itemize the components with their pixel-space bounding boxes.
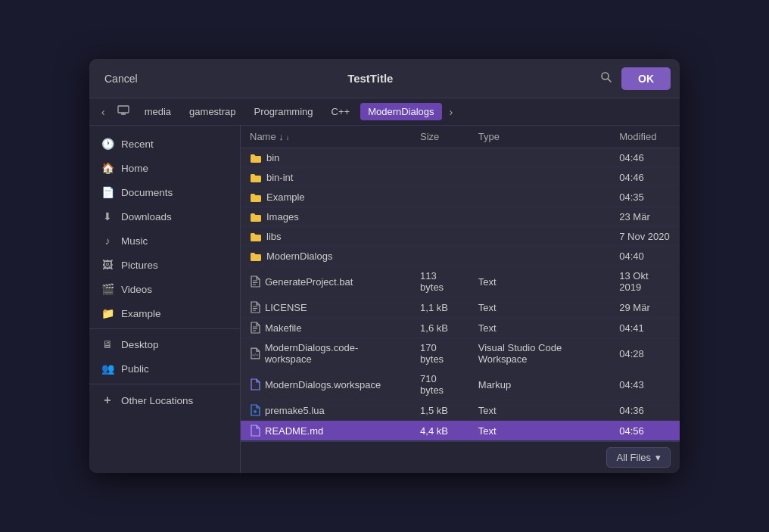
- file-type: [469, 188, 610, 207]
- table-row[interactable]: Example 04:35: [241, 188, 680, 207]
- file-size: 1,6 kB: [411, 318, 469, 338]
- header-actions: OK: [597, 67, 671, 90]
- table-row[interactable]: ModernDialogs.workspace 710 bytes Markup…: [241, 369, 680, 400]
- file-size: 4,4 kB: [411, 421, 469, 441]
- sidebar-item-home[interactable]: 🏠 Home: [89, 156, 240, 180]
- home-icon: 🏠: [101, 162, 114, 174]
- file-size: 1,5 kB: [411, 400, 469, 421]
- table-row[interactable]: libs 7 Nov 2020: [241, 227, 680, 247]
- file-table: Name ↓ Size Type Modified bin 04:46 bin-…: [241, 126, 680, 441]
- breadcrumb-cpp[interactable]: C++: [324, 103, 358, 120]
- sidebar-item-downloads[interactable]: ⬇ Downloads: [89, 204, 240, 229]
- sidebar-label-music: Music: [121, 235, 148, 247]
- sidebar-label-downloads: Downloads: [121, 211, 172, 222]
- svg-point-15: [254, 410, 257, 413]
- dialog-header: Cancel TestTitle OK: [89, 59, 680, 98]
- table-row[interactable]: bin 04:46: [241, 148, 680, 168]
- file-filter-dropdown[interactable]: All Files ▾: [606, 447, 671, 468]
- file-name: libs: [241, 227, 411, 247]
- file-type: Text: [469, 318, 610, 338]
- file-pane: Name ↓ Size Type Modified bin 04:46 bin-…: [241, 126, 680, 473]
- add-location-icon: +: [101, 394, 114, 407]
- dialog-body: 🕐 Recent 🏠 Home 📄 Documents ⬇ Downloads …: [89, 126, 680, 473]
- file-type: [469, 207, 610, 227]
- file-name: </>ModernDialogs.code-workspace: [241, 338, 411, 369]
- table-header-row: Name ↓ Size Type Modified: [241, 126, 680, 148]
- table-row[interactable]: README.md 4,4 kB Text 04:56: [241, 421, 680, 441]
- file-name: bin-int: [241, 168, 411, 188]
- file-name: bin: [241, 148, 411, 168]
- dialog-footer: All Files ▾: [241, 441, 680, 473]
- sidebar-separator-2: [89, 384, 240, 384]
- breadcrumb-gamestrap[interactable]: gamestrap: [182, 103, 243, 120]
- sidebar-item-music[interactable]: ♪ Music: [89, 229, 240, 253]
- file-modified: 04:28: [610, 338, 680, 369]
- sidebar-label-documents: Documents: [121, 187, 173, 198]
- sidebar-item-public[interactable]: 👥 Public: [89, 356, 240, 381]
- file-name: README.md: [241, 421, 411, 441]
- ok-button[interactable]: OK: [621, 67, 671, 90]
- file-size: [411, 168, 469, 188]
- file-name: ModernDialogs: [241, 247, 411, 266]
- file-modified: 13 Okt 2019: [610, 266, 680, 297]
- breadcrumb-programming[interactable]: Programming: [247, 103, 321, 120]
- file-modified: 04:43: [610, 369, 680, 400]
- file-size: [411, 207, 469, 227]
- sidebar-item-example[interactable]: 📁 Example: [89, 301, 240, 325]
- table-row[interactable]: premake5.lua 1,5 kB Text 04:36: [241, 400, 680, 421]
- file-type: Markup: [469, 369, 610, 400]
- sidebar-label-public: Public: [121, 363, 149, 375]
- sidebar-label-pictures: Pictures: [121, 260, 158, 271]
- sidebar-item-recent[interactable]: 🕐 Recent: [89, 132, 240, 156]
- filter-arrow-icon: ▾: [655, 452, 661, 463]
- breadcrumb-bar: ‹ media gamestrap Programming C++ Modern…: [89, 98, 680, 126]
- breadcrumb-back-button[interactable]: ‹: [97, 104, 110, 120]
- sidebar-item-videos[interactable]: 🎬 Videos: [89, 277, 240, 301]
- file-type: Visual Studio Code Workspace: [469, 338, 610, 369]
- table-row[interactable]: ModernDialogs 04:40: [241, 247, 680, 266]
- file-name: Images: [241, 207, 411, 227]
- file-type: [469, 148, 610, 168]
- videos-icon: 🎬: [101, 283, 114, 295]
- table-row[interactable]: LICENSE 1,1 kB Text 29 Mär: [241, 297, 680, 318]
- file-type: Text: [469, 421, 610, 441]
- files-list: Name ↓ Size Type Modified bin 04:46 bin-…: [241, 126, 680, 441]
- file-name: Example: [241, 188, 411, 207]
- file-type: Text: [469, 297, 610, 318]
- file-modified: 04:35: [610, 188, 680, 207]
- column-name[interactable]: Name ↓: [241, 126, 411, 148]
- cancel-button[interactable]: Cancel: [98, 70, 144, 88]
- file-name: GenerateProject.bat: [241, 266, 411, 297]
- table-row[interactable]: Images 23 Mär: [241, 207, 680, 227]
- file-name: premake5.lua: [241, 400, 411, 421]
- sidebar-item-pictures[interactable]: 🖼 Pictures: [89, 253, 240, 277]
- file-modified: 04:36: [610, 400, 680, 421]
- sidebar-item-desktop[interactable]: 🖥 Desktop: [89, 332, 240, 356]
- svg-line-1: [609, 79, 612, 82]
- breadcrumb-media[interactable]: media: [137, 103, 179, 120]
- sidebar-label-home: Home: [121, 163, 148, 174]
- search-button[interactable]: [597, 68, 615, 89]
- search-icon: [600, 71, 612, 83]
- svg-point-0: [602, 73, 609, 79]
- table-row[interactable]: bin-int 04:46: [241, 168, 680, 188]
- breadcrumb-forward-button[interactable]: ›: [445, 104, 458, 120]
- table-row[interactable]: Makefile 1,6 kB Text 04:41: [241, 318, 680, 338]
- file-modified: 04:40: [610, 247, 680, 266]
- sidebar-item-documents[interactable]: 📄 Documents: [89, 180, 240, 204]
- file-type: [469, 168, 610, 188]
- table-row[interactable]: </>ModernDialogs.code-workspace 170 byte…: [241, 338, 680, 369]
- file-size: [411, 227, 469, 247]
- sidebar-item-other-locations[interactable]: + Other Locations: [89, 387, 240, 413]
- svg-text:</>: </>: [252, 353, 259, 357]
- breadcrumb-moderndialogs[interactable]: ModernDialogs: [360, 103, 441, 120]
- file-size: 170 bytes: [411, 338, 469, 369]
- file-size: 710 bytes: [411, 369, 469, 400]
- table-row[interactable]: GenerateProject.bat 113 bytes Text 13 Ok…: [241, 266, 680, 297]
- music-icon: ♪: [101, 235, 114, 247]
- file-type: Text: [469, 400, 610, 421]
- example-folder-icon: 📁: [101, 307, 114, 319]
- file-modified: 04:56: [610, 421, 680, 441]
- file-modified: 29 Mär: [610, 297, 680, 318]
- recent-icon: 🕐: [101, 138, 114, 150]
